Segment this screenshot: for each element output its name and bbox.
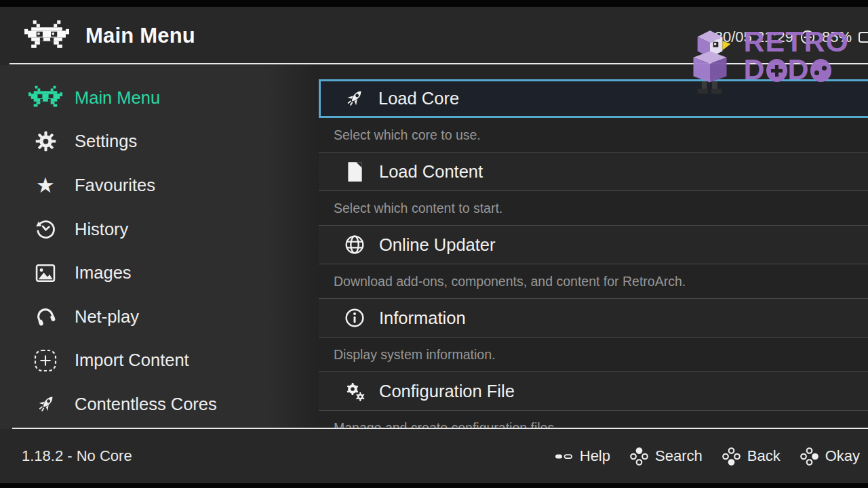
back-label: Back [747,447,781,465]
sidebar-item-label: Settings [75,131,137,151]
menu-item-label: Online Updater [379,235,496,255]
top-letterbox [0,0,868,7]
sidebar: Main Menu Settings ★ Fav [0,65,319,429]
retrododo-watermark: RETRO DD [679,28,850,98]
document-icon [340,161,369,182]
footer: 1.18.2 - No Core Help Search Back [0,429,868,483]
retro-text: RETRO [744,28,850,56]
search-hint[interactable]: Search [629,447,703,466]
menu-item-information[interactable]: Information [319,299,868,338]
help-hint[interactable]: Help [553,447,610,465]
menu-item-label: Configuration File [379,382,515,401]
sidebar-item-label: History [75,220,128,239]
menu-item-sublabel-row: Display system information. [319,338,868,372]
history-icon [28,218,62,241]
back-hint[interactable]: Back [722,447,781,466]
page-title: Main Menu [85,24,195,48]
sidebar-item-label: Import Content [75,350,189,370]
menu-item-sublabel: Select which content to start. [334,201,502,216]
menu-item-sublabel: Display system information. [334,347,495,363]
menu-item-sublabel-row: Manage and create configuration files. [319,411,868,429]
menu-item-sublabel-row: Download add-ons, components, and conten… [319,264,868,299]
menu-item-load-content[interactable]: Load Content [319,152,868,191]
sidebar-item-main-menu[interactable]: Main Menu [0,76,319,120]
dodo-o-dpad-icon [766,59,787,82]
gamepad-bottom-button-icon [722,447,741,466]
sidebar-item-netplay[interactable]: Net-play [0,295,319,339]
controller-hints: Help Search Back Okay [553,447,868,466]
gamepad-right-button-icon [800,447,819,466]
menu-item-label: Load Content [379,162,483,182]
star-icon: ★ [28,175,62,196]
gears-icon [340,380,369,403]
sidebar-item-label: Images [75,263,132,283]
sidebar-item-label: Net-play [75,307,139,327]
retrododo-logotype: RETRO DD [744,28,850,84]
menu-item-online-updater[interactable]: Online Updater [319,226,868,264]
okay-hint[interactable]: Okay [800,447,860,466]
import-plus-icon [28,348,62,373]
gamepad-top-button-icon [629,447,649,466]
retroarch-invader-icon [24,20,69,52]
footer-divider [12,428,868,429]
sidebar-item-import-content[interactable]: Import Content [0,339,319,383]
sidebar-item-label: Favourites [75,176,155,195]
dodo-text: DD [744,56,850,84]
retroarch-invader-icon [28,85,62,110]
search-label: Search [655,447,703,465]
menu-item-sublabel-row: Select which core to use. [319,118,868,152]
menu-item-label: Information [379,308,466,328]
sidebar-item-contentless-cores[interactable]: Contentless Cores [0,382,319,426]
okay-label: Okay [825,447,860,465]
bottom-letterbox [0,483,868,488]
sidebar-item-images[interactable]: Images [0,251,319,295]
help-label: Help [580,447,610,465]
menu-item-label: Load Core [378,89,459,108]
select-button-icon [553,447,574,465]
sidebar-item-label: Contentless Cores [75,394,217,414]
dodo-bird-icon [679,30,741,98]
info-icon [340,307,369,329]
battery-icon [858,30,868,45]
rocket-icon [28,393,62,415]
menu-item-sublabel: Download add-ons, components, and conten… [334,274,686,289]
dodo-o-buttons-icon [810,59,831,82]
images-icon [28,262,62,284]
menu-content: Load Core Select which core to use. Load… [319,65,868,429]
sidebar-item-favourites[interactable]: ★ Favourites [0,163,319,207]
menu-item-sublabel-row: Select which content to start. [319,191,868,226]
rocket-icon [340,87,368,110]
version-text: 1.18.2 - No Core [22,447,132,465]
menu-item-sublabel: Select which core to use. [334,127,481,143]
globe-icon [340,234,369,256]
headphones-icon [28,306,62,327]
gear-icon [28,131,62,152]
sidebar-item-label: Main Menu [75,88,160,108]
menu-item-configuration-file[interactable]: Configuration File [319,372,868,411]
sidebar-item-history[interactable]: History [0,207,319,251]
sidebar-item-settings[interactable]: Settings [0,120,319,164]
